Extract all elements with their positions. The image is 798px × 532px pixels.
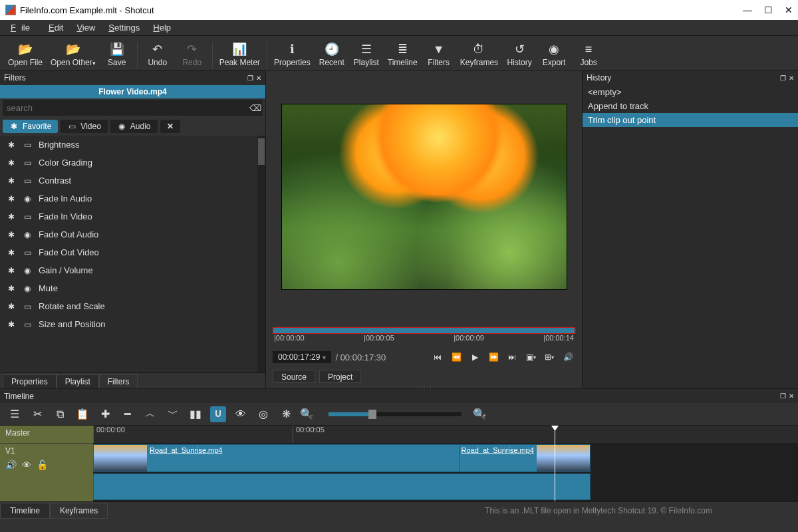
menu-file[interactable]: File [5,21,41,34]
toolbar-jobs[interactable]: ≡Jobs [573,41,604,68]
timeline-menu-button[interactable]: ☰ [7,406,23,422]
timecode-display[interactable]: 00:00:17:29▾ [273,351,331,363]
category-audio[interactable]: ◉Audio [110,120,158,133]
filters-undock-icon[interactable]: ❐ [247,74,253,82]
minimize-button[interactable]: — [743,5,752,15]
filter-search-input[interactable] [3,103,248,113]
timeline-track-header[interactable]: V1 🔊 👁 🔓 [0,443,93,501]
history-panel-title: History [587,73,611,82]
filter-item[interactable]: ✱▭Size and Position [0,315,265,333]
filter-item[interactable]: ✱▭Brightness [0,136,265,154]
grid-button[interactable]: ⊞▾ [542,350,557,364]
video-type-icon: ▭ [23,248,32,257]
panel-tab-filters[interactable]: Filters [99,374,138,388]
timeline-tracks-area[interactable]: 00:00:0000:00:05 Road_at_Sunrise.mp4Road… [93,426,798,501]
menu-edit[interactable]: Edit [43,21,68,34]
history-close-icon[interactable]: ✕ [789,74,794,82]
toolbar-recent[interactable]: 🕘Recent [316,41,348,68]
panel-tab-playlist[interactable]: Playlist [57,374,99,388]
panel-tab-properties[interactable]: Properties [3,374,57,388]
filter-item[interactable]: ✱▭Fade Out Video [0,243,265,261]
timeline-master-header[interactable]: Master [0,426,93,443]
menu-view[interactable]: View [71,21,100,34]
status-text: This is an .MLT file open in Meltytech S… [399,506,798,515]
timeline-toolbar: ☰ ✂ ⧉ 📋 ✚ ━ ︿ ﹀ ▮▮ 👁 ◎ ❋ 🔍− 🔍+ [0,403,798,426]
ripple-all-button[interactable]: ❋ [278,406,294,422]
timeline-playhead[interactable] [555,426,555,501]
toolbar-peak-meter[interactable]: 📊Peak Meter [217,41,263,68]
bottom-tab-keyframes[interactable]: Keyframes [50,503,108,519]
skip-start-button[interactable]: ⏮ [430,350,445,364]
preview-scrubber[interactable]: ▶ ◀ |00:00:00|00:00:05|00:00:09|00:00:14 [273,327,575,346]
menu-help[interactable]: Help [148,21,176,34]
cut-button[interactable]: ✂ [29,406,45,422]
toolbar-timeline[interactable]: ≣Timeline [385,41,420,68]
filter-item[interactable]: ✱◉Fade In Audio [0,190,265,207]
toolbar-history[interactable]: ↺History [503,41,535,68]
toolbar-playlist[interactable]: ☰Playlist [350,41,382,68]
close-button[interactable]: ✕ [785,5,793,15]
track-lock-icon[interactable]: 🔓 [37,460,48,470]
timeline-clip[interactable]: Road_at_Sunrise.mp4 [459,444,591,472]
append-button[interactable]: ✚ [97,406,113,422]
timeline-ruler[interactable]: 00:00:0000:00:05 [93,426,798,443]
timeline-close-icon[interactable]: ✕ [789,392,794,400]
zoom-in-button[interactable]: 🔍+ [473,406,489,422]
filter-item[interactable]: ✱▭Fade In Video [0,207,265,225]
filter-item[interactable]: ✱◉Fade Out Audio [0,225,265,243]
clip-thumbnail [537,445,590,471]
paste-button[interactable]: 📋 [74,406,90,422]
category-video[interactable]: ▭Video [61,120,107,133]
history-item[interactable]: <empty> [583,85,798,99]
search-clear-icon[interactable]: ⌫ [248,103,263,113]
toolbar-redo[interactable]: ↷Redo [176,41,208,68]
snap-button[interactable] [210,406,226,422]
track-mute-icon[interactable]: 🔊 [5,460,17,470]
toolbar-keyframes[interactable]: ⏱Keyframes [458,41,501,68]
tab-source[interactable]: Source [273,370,315,383]
toolbar-export[interactable]: ◉Export [538,41,570,68]
filter-item[interactable]: ✱▭Rotate and Scale [0,297,265,315]
peak-meter-icon: 📊 [232,42,247,57]
jobs-icon: ≡ [581,42,596,57]
maximize-button[interactable]: ☐ [764,5,773,15]
timeline-undock-icon[interactable]: ❐ [780,392,786,400]
ripple-button[interactable]: ◎ [255,406,271,422]
overwrite-button[interactable]: ﹀ [165,406,181,422]
split-button[interactable]: ▮▮ [188,406,203,422]
timeline-clip-lower[interactable] [93,473,591,500]
volume-button[interactable]: 🔊 [561,350,575,364]
bottom-tab-timeline[interactable]: Timeline [0,503,50,519]
remove-button[interactable]: ━ [120,406,136,422]
filter-item[interactable]: ✱◉Mute [0,279,265,297]
toolbar-filters[interactable]: ▼Filters [423,41,455,68]
history-item[interactable]: Append to track [583,99,798,113]
zoom-fit-button[interactable]: ▣▾ [523,350,538,364]
rewind-button[interactable]: ⏪ [449,350,464,364]
tab-project[interactable]: Project [319,370,361,383]
toolbar-open-other[interactable]: 📂Open Other▾ [48,41,98,68]
fast-forward-button[interactable]: ⏩ [486,350,501,364]
copy-button[interactable]: ⧉ [52,406,68,422]
category-close-button[interactable]: ✕ [160,120,180,133]
menu-settings[interactable]: Settings [103,21,145,34]
zoom-slider[interactable] [329,412,462,416]
history-item[interactable]: Trim clip out point [583,113,798,127]
skip-end-button[interactable]: ⏭ [505,350,519,364]
zoom-out-button[interactable]: 🔍− [301,406,317,422]
filter-item[interactable]: ✱▭Contrast [0,172,265,190]
filter-item[interactable]: ✱◉Gain / Volume [0,261,265,279]
toolbar-open-file[interactable]: 📂Open File [5,41,45,68]
history-undock-icon[interactable]: ❐ [780,74,786,82]
filters-close-icon[interactable]: ✕ [256,74,261,82]
filter-scrollbar[interactable] [257,136,265,372]
toolbar-undo[interactable]: ↶Undo [142,41,174,68]
play-button[interactable]: ▶ [467,350,482,364]
track-hide-icon[interactable]: 👁 [22,460,31,470]
scrub-drag-button[interactable]: 👁 [233,406,249,422]
filter-item[interactable]: ✱▭Color Grading [0,154,265,172]
category-favorite[interactable]: ✱Favorite [3,120,58,133]
toolbar-save[interactable]: 💾Save [101,41,133,68]
toolbar-properties[interactable]: ℹProperties [271,41,313,68]
lift-button[interactable]: ︿ [142,406,158,422]
